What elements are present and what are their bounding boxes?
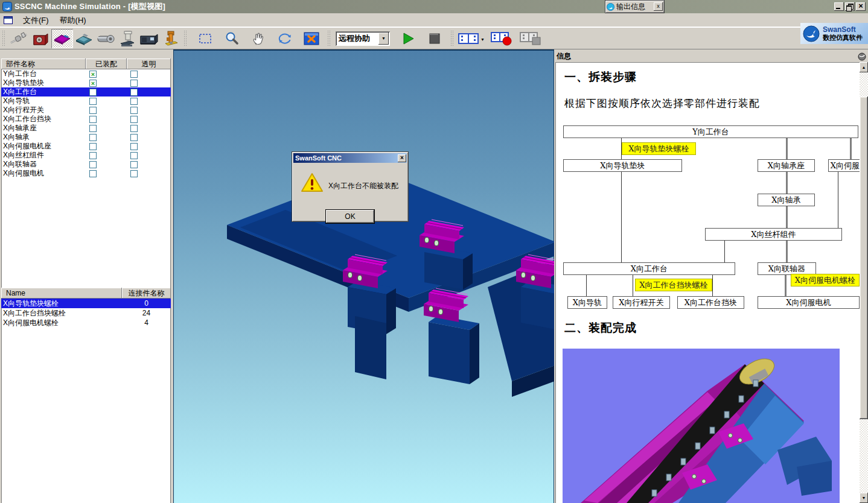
flowchart-connector <box>712 275 713 297</box>
film-play-icon[interactable] <box>456 29 480 48</box>
globe-icon[interactable] <box>858 52 866 61</box>
table-row[interactable]: X向伺服电机座 <box>1 142 171 151</box>
assembled-checkbox[interactable] <box>89 143 97 150</box>
pan-hand-icon[interactable] <box>247 29 269 48</box>
film-record-icon[interactable] <box>490 29 514 48</box>
combo-dropdown-icon[interactable] <box>378 33 389 45</box>
transparent-checkbox[interactable] <box>130 80 138 87</box>
mdi-child-icon[interactable] <box>4 16 13 24</box>
dialog-close-icon[interactable]: × <box>398 154 406 162</box>
viewport-3d[interactable]: SwanSoft CNC × X向工作台不能被装配 OK <box>173 49 554 503</box>
flowchart-connector <box>785 275 787 297</box>
transparent-checkbox[interactable] <box>130 71 138 78</box>
assembled-checkbox[interactable] <box>89 161 97 168</box>
machine-button-cnc-lathe[interactable] <box>138 29 160 48</box>
ok-button[interactable]: OK <box>326 210 374 223</box>
output-window-icon <box>607 3 614 11</box>
flowchart-node-x-bearing: X向轴承 <box>758 194 815 206</box>
machine-button-ballscrew[interactable] <box>8 29 30 48</box>
stop-button[interactable] <box>424 29 445 48</box>
flowchart-connector <box>621 172 622 263</box>
transparent-checkbox[interactable] <box>130 107 138 114</box>
play-button[interactable] <box>397 29 419 48</box>
dialog-title-bar[interactable]: SwanSoft CNC × <box>293 153 407 163</box>
menu-file[interactable]: 文件(F) <box>18 13 54 27</box>
table-row[interactable]: X向轴承 <box>1 133 171 142</box>
list-item[interactable]: X向工作台挡块螺栓24 <box>1 308 171 318</box>
machine-button-tool-press[interactable] <box>160 29 182 48</box>
assembled-checkbox[interactable] <box>89 134 97 141</box>
assembled-checkbox[interactable] <box>89 89 97 96</box>
assembled-checkbox[interactable] <box>89 107 97 114</box>
assembled-checkbox[interactable] <box>89 98 97 105</box>
fit-view-icon[interactable] <box>301 29 322 48</box>
table-row[interactable]: X向行程开关 <box>1 106 171 115</box>
machine-button-spindle[interactable] <box>95 29 116 48</box>
column-header-transparent[interactable]: 透明 <box>127 59 171 69</box>
list-item[interactable]: X向伺服电机螺栓4 <box>1 318 171 327</box>
table-row[interactable]: X向轴承座 <box>1 124 171 133</box>
machine-button-saddle[interactable] <box>73 29 95 48</box>
flowchart-node-x-rail: X向导轨 <box>567 296 607 309</box>
film-stop-icon[interactable] <box>519 29 543 48</box>
rotate-icon[interactable] <box>274 29 296 48</box>
machine-button-headstock[interactable] <box>30 29 51 48</box>
assembled-checkbox[interactable] <box>89 152 97 159</box>
transparent-checkbox[interactable] <box>130 152 138 159</box>
window-controls <box>834 2 866 11</box>
film-dropdown-icon[interactable] <box>480 34 485 43</box>
transparent-checkbox[interactable] <box>130 116 138 123</box>
flowchart-node-x-screw-assembly: X向丝杆组件 <box>705 228 842 241</box>
info-scrollbar[interactable] <box>860 62 868 503</box>
transparent-checkbox[interactable] <box>130 170 138 177</box>
output-close-icon[interactable]: x <box>654 2 663 11</box>
table-row[interactable]: X向导轨垫块 <box>1 78 171 87</box>
toolbar-drag-handle[interactable] <box>2 31 6 46</box>
assembled-checkbox[interactable] <box>89 71 97 78</box>
scroll-down-icon[interactable] <box>860 493 868 503</box>
table-row[interactable]: X向丝杠组件 <box>1 151 171 160</box>
column-header-name[interactable]: Name <box>1 288 122 299</box>
column-header-part-name[interactable]: 部件名称 <box>1 59 86 69</box>
assembled-checkbox[interactable] <box>89 170 97 177</box>
remote-assist-combo[interactable]: 远程协助 <box>336 31 390 46</box>
table-row[interactable]: X向工作台挡块 <box>1 115 171 124</box>
list-item[interactable]: X向导轨垫块螺栓0 <box>1 299 171 308</box>
flowchart-node-x-travel-switch: X向行程开关 <box>613 296 670 309</box>
menu-help[interactable]: 帮助(H) <box>54 13 92 27</box>
column-header-assembled[interactable]: 已装配 <box>86 59 127 69</box>
zoom-icon[interactable] <box>221 29 243 48</box>
minimize-icon[interactable] <box>834 2 844 11</box>
transparent-checkbox[interactable] <box>130 161 138 168</box>
fasteners-table: Name 连接件名称 X向导轨垫块螺栓0X向工作台挡块螺栓24X向伺服电机螺栓4 <box>1 288 171 327</box>
assembled-checkbox[interactable] <box>89 125 97 132</box>
scroll-up-icon[interactable] <box>860 62 868 72</box>
assembled-checkbox[interactable] <box>89 116 97 123</box>
table-row[interactable]: X向工作台 <box>1 87 171 96</box>
flowchart-node-x-table-stop: X向工作台挡块 <box>677 296 744 309</box>
table-row[interactable]: X向导轨 <box>1 96 171 106</box>
machine-button-worktable-part[interactable] <box>51 29 73 48</box>
flowchart-node-y-worktable: Y向工作台 <box>563 125 858 138</box>
section1-heading: 一、拆装步骤 <box>564 69 637 85</box>
table-row[interactable]: X向伺服电机 <box>1 169 171 178</box>
assembled-checkbox[interactable] <box>89 80 97 87</box>
info-panel: 信息 一、拆装步骤 根据下图按顺序依次选择零部件进行装配 Y向工作台X向导轨垫块… <box>555 49 868 503</box>
transparent-checkbox[interactable] <box>130 89 138 96</box>
warning-dialog: SwanSoft CNC × X向工作台不能被装配 OK <box>292 152 408 221</box>
table-row[interactable]: Y向工作台 <box>1 69 171 78</box>
restore-icon[interactable] <box>845 2 855 11</box>
scrollbar-thumb[interactable] <box>860 96 868 419</box>
output-info-window[interactable]: 输出信息 x <box>605 1 664 13</box>
machine-button-milling-machine[interactable] <box>116 29 138 48</box>
select-rect-icon[interactable] <box>194 29 216 48</box>
table-row[interactable]: X向联轴器 <box>1 160 171 169</box>
transparent-checkbox[interactable] <box>130 134 138 141</box>
flowchart-node-x-stop-bolt: X向工作台挡块螺栓 <box>635 279 712 291</box>
transparent-checkbox[interactable] <box>130 143 138 150</box>
transparent-checkbox[interactable] <box>130 98 138 105</box>
transparent-checkbox[interactable] <box>130 125 138 132</box>
column-header-connector[interactable]: 连接件名称 <box>122 288 171 299</box>
close-icon[interactable] <box>856 2 866 11</box>
flowchart-node-x-servo-seat: X向伺服电机座 <box>828 159 860 172</box>
